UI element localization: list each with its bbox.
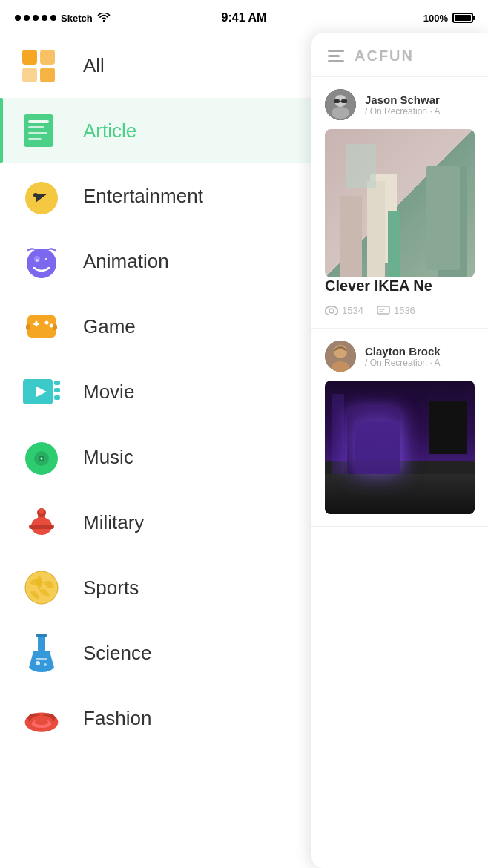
sidebar-item-science[interactable]: Science xyxy=(0,620,311,685)
music-icon xyxy=(21,436,62,478)
svg-rect-7 xyxy=(28,132,47,134)
comment-count: 1536 xyxy=(394,305,415,316)
article-author: Clayton Brock xyxy=(365,345,441,358)
svg-point-56 xyxy=(325,306,338,315)
sidebar-item-animation[interactable]: Animation xyxy=(0,228,311,294)
sidebar-label-game: Game xyxy=(83,315,136,338)
status-time: 9:41 AM xyxy=(222,11,267,24)
svg-rect-52 xyxy=(334,99,340,103)
article-sub: / On Recreation · A xyxy=(365,358,441,368)
entertainment-icon xyxy=(21,175,62,217)
animation-icon xyxy=(21,240,62,282)
svg-rect-37 xyxy=(39,508,44,514)
svg-rect-53 xyxy=(341,99,347,103)
svg-rect-5 xyxy=(28,120,49,123)
svg-point-55 xyxy=(332,107,349,119)
article-list: Jason Schwar / On Recreation · A Clever … xyxy=(311,77,488,864)
sidebar-label-science: Science xyxy=(83,642,152,665)
svg-point-11 xyxy=(33,193,38,197)
status-bar: Sketch 9:41 AM 100% xyxy=(0,0,488,33)
svg-rect-26 xyxy=(54,381,60,385)
svg-rect-2 xyxy=(22,68,37,82)
sidebar-label-music: Music xyxy=(83,446,133,469)
battery-icon xyxy=(452,13,473,23)
article-author-info: Clayton Brock / On Recreation · A xyxy=(365,345,441,368)
avatar xyxy=(325,341,356,372)
sidebar-label-entertainment: Entertainment xyxy=(83,185,203,208)
article-image xyxy=(325,381,475,514)
svg-rect-22 xyxy=(26,324,30,330)
sidebar-item-article[interactable]: Article xyxy=(0,98,311,163)
military-icon xyxy=(21,502,62,543)
sidebar-item-all[interactable]: All xyxy=(0,33,311,98)
science-icon xyxy=(21,632,62,674)
article-title: Clever IKEA Ne xyxy=(325,277,475,295)
wifi-icon xyxy=(97,13,111,23)
sidebar: All Article xyxy=(0,33,311,868)
svg-rect-1 xyxy=(40,50,55,65)
article-author: Jason Schwar xyxy=(365,93,440,106)
right-panel: ACFUN xyxy=(311,33,488,868)
svg-rect-0 xyxy=(22,50,37,65)
sidebar-item-movie[interactable]: Movie xyxy=(0,359,311,424)
eye-icon xyxy=(325,306,338,315)
view-count: 1534 xyxy=(342,305,363,316)
sidebar-label-sports: Sports xyxy=(83,576,139,599)
svg-rect-28 xyxy=(54,395,60,400)
battery-percent: 100% xyxy=(423,13,448,24)
svg-rect-3 xyxy=(40,68,55,82)
sidebar-label-military: Military xyxy=(83,511,144,534)
svg-point-16 xyxy=(45,258,47,260)
article-meta: Clayton Brock / On Recreation · A xyxy=(325,341,475,372)
svg-rect-43 xyxy=(36,634,47,637)
svg-rect-8 xyxy=(28,138,42,140)
sidebar-item-entertainment[interactable]: Entertainment xyxy=(0,163,311,228)
article-stats: 1534 1536 xyxy=(325,305,475,316)
svg-rect-40 xyxy=(38,635,45,651)
movie-icon xyxy=(21,371,62,412)
sidebar-item-fashion[interactable]: Fashion xyxy=(0,685,311,751)
svg-point-57 xyxy=(329,309,334,313)
game-icon xyxy=(21,306,62,347)
svg-point-12 xyxy=(27,249,56,278)
acfun-header: ACFUN xyxy=(311,33,488,77)
sidebar-label-all: All xyxy=(83,54,105,77)
status-left: Sketch xyxy=(15,13,111,24)
fashion-icon xyxy=(21,697,62,739)
views-stat: 1534 xyxy=(325,305,363,316)
svg-point-32 xyxy=(41,458,43,460)
svg-rect-54 xyxy=(340,101,341,102)
svg-point-42 xyxy=(44,663,47,666)
sidebar-label-article: Article xyxy=(83,119,136,142)
battery-fill xyxy=(455,15,471,21)
svg-rect-36 xyxy=(29,525,54,529)
comments-stat: 1536 xyxy=(377,305,415,316)
svg-rect-6 xyxy=(28,126,44,128)
acfun-title: ACFUN xyxy=(355,47,414,65)
svg-point-49 xyxy=(35,720,49,725)
sidebar-label-movie: Movie xyxy=(83,381,134,404)
all-icon xyxy=(21,45,62,86)
menu-icon[interactable] xyxy=(328,50,344,62)
sidebar-item-music[interactable]: Music xyxy=(0,424,311,490)
svg-rect-58 xyxy=(377,306,389,314)
svg-point-41 xyxy=(36,661,40,665)
svg-rect-19 xyxy=(36,321,38,327)
article-icon xyxy=(21,110,62,151)
svg-point-20 xyxy=(45,321,49,325)
svg-rect-23 xyxy=(53,324,57,330)
article-sub: / On Recreation · A xyxy=(365,106,440,116)
article-card[interactable]: Clayton Brock / On Recreation · A xyxy=(311,329,488,527)
sidebar-label-fashion: Fashion xyxy=(83,707,152,730)
sidebar-item-game[interactable]: Game xyxy=(0,294,311,359)
sidebar-label-animation: Animation xyxy=(83,250,169,273)
svg-rect-27 xyxy=(54,388,60,392)
comment-icon xyxy=(377,306,390,316)
article-meta: Jason Schwar / On Recreation · A xyxy=(325,89,475,120)
article-card[interactable]: Jason Schwar / On Recreation · A Clever … xyxy=(311,77,488,329)
signal-dots xyxy=(15,15,56,21)
sports-icon xyxy=(21,567,62,608)
article-author-info: Jason Schwar / On Recreation · A xyxy=(365,93,440,116)
sidebar-item-military[interactable]: Military xyxy=(0,490,311,555)
sidebar-item-sports[interactable]: Sports xyxy=(0,555,311,620)
